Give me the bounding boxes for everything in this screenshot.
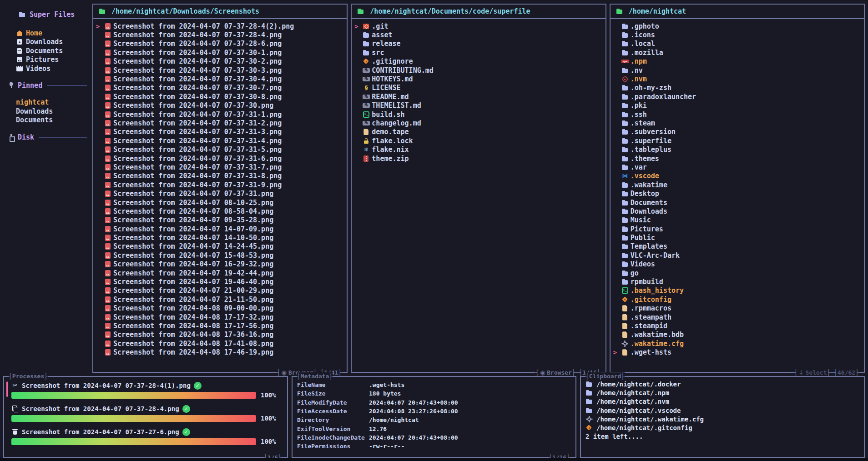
file-row[interactable]: Screenshot from 2024-04-07 07-37-31-1.pn… — [96, 110, 345, 119]
file-row[interactable]: Screenshot from 2024-04-08 17-36-16.png — [96, 331, 345, 339]
file-row[interactable]: .rpmmacros — [613, 304, 862, 313]
file-row[interactable]: Screenshot from 2024-04-07 07-37-28-4.pn… — [96, 30, 345, 39]
file-row[interactable]: Videos — [613, 260, 862, 269]
file-row[interactable]: .wakatime.bdb — [613, 331, 862, 339]
file-row[interactable]: Screenshot from 2024-04-07 15-48-53.png — [96, 251, 345, 260]
file-row[interactable]: THEMELIST.md — [354, 101, 603, 110]
pinned-item[interactable]: Downloads — [8, 107, 89, 115]
file-row[interactable]: flake.nix — [354, 145, 603, 154]
file-row[interactable]: Screenshot from 2024-04-07 16-29-32.png — [96, 260, 345, 269]
file-row[interactable]: asset — [354, 30, 603, 39]
file-row[interactable]: Screenshot from 2024-04-08 17-46-19.png — [96, 348, 345, 356]
file-row[interactable]: .local — [613, 40, 862, 48]
file-row[interactable]: .nvm — [613, 75, 862, 83]
file-row[interactable]: .npm — [613, 57, 862, 66]
file-row[interactable]: Screenshot from 2024-04-07 07-37-30-4.pn… — [96, 75, 345, 83]
sidebar-item[interactable]: Home — [8, 29, 89, 37]
sidebar-item[interactable]: Videos — [8, 64, 89, 73]
file-row[interactable]: Screenshot from 2024-04-07 07-37-31-8.pn… — [96, 172, 345, 180]
file-row[interactable]: .gphoto — [613, 22, 862, 30]
process-item[interactable]: Screenshot from 2024-04-07 07-37-27-6.pn… — [11, 427, 280, 445]
file-row[interactable]: Screenshot from 2024-04-07 07-37-31-9.pn… — [96, 180, 345, 189]
file-row[interactable]: rpmbuild — [613, 277, 862, 286]
file-row[interactable]: theme.zip — [354, 154, 603, 163]
file-row[interactable]: Screenshot from 2024-04-07 07-37-30-8.pn… — [96, 92, 345, 101]
process-item[interactable]: Screenshot from 2024-04-07 07-37-28-4.pn… — [11, 404, 280, 422]
file-row[interactable]: Screenshot from 2024-04-07 07-37-31-3.pn… — [96, 128, 345, 136]
file-row[interactable]: Screenshot from 2024-04-07 21-11-50.png — [96, 295, 345, 304]
file-row[interactable]: .gitconfig — [613, 295, 862, 304]
file-row[interactable]: .subversion — [613, 128, 862, 136]
file-row[interactable]: Screenshot from 2024-04-08 17-17-32.png — [96, 313, 345, 321]
file-row[interactable]: README.md — [354, 92, 603, 101]
file-row[interactable]: Screenshot from 2024-04-07 07-37-31-2.pn… — [96, 119, 345, 127]
file-row[interactable]: Screenshot from 2024-04-07 19-46-40.png — [96, 277, 345, 286]
file-row[interactable]: Screenshot from 2024-04-07 07-37-28-4(2)… — [96, 22, 345, 30]
file-row[interactable]: .tableplus — [613, 145, 862, 154]
file-row[interactable]: Screenshot from 2024-04-07 14-10-50.png — [96, 233, 345, 242]
file-row[interactable]: Screenshot from 2024-04-07 07-37-31-7.pn… — [96, 163, 345, 171]
file-row[interactable]: Screenshot from 2024-04-07 07-37-28-6.pn… — [96, 40, 345, 48]
file-row[interactable]: CONTRIBUTING.md — [354, 66, 603, 75]
clipboard-item[interactable]: /home/nightcat/.vscode — [585, 406, 859, 415]
file-row[interactable]: .ssh — [613, 110, 862, 119]
file-row[interactable]: Public — [613, 233, 862, 242]
file-row[interactable]: changelog.md — [354, 119, 603, 127]
file-row[interactable]: Templates — [613, 242, 862, 251]
file-row[interactable]: .gitignore — [354, 57, 603, 66]
file-row[interactable]: flake.lock — [354, 136, 603, 145]
file-row[interactable]: Documents — [613, 198, 862, 207]
pinned-item[interactable]: nightcat — [8, 98, 89, 107]
file-row[interactable]: .git — [354, 22, 603, 30]
file-row[interactable]: Screenshot from 2024-04-07 07-37-31.png — [96, 189, 345, 198]
file-row[interactable]: .vscode — [613, 172, 862, 180]
file-row[interactable]: .themes — [613, 154, 862, 163]
file-row[interactable]: Screenshot from 2024-04-08 17-41-08.png — [96, 339, 345, 348]
file-row[interactable]: HOTKEYS.md — [354, 75, 603, 83]
file-row[interactable]: build.sh — [354, 110, 603, 119]
file-row[interactable]: .steampath — [613, 313, 862, 321]
file-row[interactable]: .var — [613, 163, 862, 171]
file-row[interactable]: Screenshot from 2024-04-07 07-37-30-3.pn… — [96, 66, 345, 75]
file-row[interactable]: .wget-hsts — [613, 348, 862, 356]
file-row[interactable]: .steam — [613, 119, 862, 127]
file-row[interactable]: demo.tape — [354, 128, 603, 136]
file-row[interactable]: Screenshot from 2024-04-07 07-37-31-4.pn… — [96, 136, 345, 145]
file-row[interactable]: LICENSE — [354, 84, 603, 92]
file-row[interactable]: .bash_history — [613, 286, 862, 295]
file-row[interactable]: Screenshot from 2024-04-07 07-37-30-1.pn… — [96, 48, 345, 57]
clipboard-item[interactable]: /home/nightcat/.npm — [585, 388, 859, 397]
file-row[interactable]: VLC-Arc-Dark — [613, 251, 862, 260]
file-row[interactable]: Screenshot from 2024-04-08 17-17-56.png — [96, 321, 345, 330]
pinned-item[interactable]: Documents — [8, 116, 89, 125]
file-row[interactable]: .pki — [613, 101, 862, 110]
file-row[interactable]: Desktop — [613, 189, 862, 198]
file-row[interactable]: Pictures — [613, 225, 862, 233]
process-item[interactable]: Screenshot from 2024-04-07 07-37-28-4(1)… — [11, 381, 280, 399]
file-row[interactable]: Screenshot from 2024-04-08 09-00-00.png — [96, 304, 345, 313]
file-row[interactable]: .superfile — [613, 136, 862, 145]
file-row[interactable]: Screenshot from 2024-04-07 09-35-28.png — [96, 216, 345, 225]
file-row[interactable]: .paradoxlauncher — [613, 92, 862, 101]
file-row[interactable]: go — [613, 269, 862, 277]
file-row[interactable]: .wakatime — [613, 180, 862, 189]
file-row[interactable]: .nv — [613, 66, 862, 75]
file-row[interactable]: release — [354, 40, 603, 48]
file-row[interactable]: .oh-my-zsh — [613, 84, 862, 92]
file-row[interactable]: src — [354, 48, 603, 57]
file-row[interactable]: Screenshot from 2024-04-07 21-00-29.png — [96, 286, 345, 295]
file-row[interactable]: Screenshot from 2024-04-07 19-42-44.png — [96, 269, 345, 277]
file-row[interactable]: Music — [613, 216, 862, 225]
clipboard-item[interactable]: /home/nightcat/.nvm — [585, 397, 859, 406]
clipboard-item[interactable]: /home/nightcat/.gitconfig — [585, 423, 859, 432]
file-row[interactable]: .wakatime.cfg — [613, 339, 862, 348]
file-row[interactable]: Screenshot from 2024-04-07 07-37-30.png — [96, 101, 345, 110]
file-row[interactable]: Screenshot from 2024-04-07 14-24-45.png — [96, 242, 345, 251]
file-row[interactable]: Screenshot from 2024-04-07 07-37-30-2.pn… — [96, 57, 345, 66]
sidebar-item[interactable]: Documents — [8, 46, 89, 55]
file-row[interactable]: .icons — [613, 30, 862, 39]
file-row[interactable]: Screenshot from 2024-04-07 08-58-04.png — [96, 207, 345, 215]
file-row[interactable]: Screenshot from 2024-04-07 08-10-25.png — [96, 198, 345, 207]
sidebar-item[interactable]: Pictures — [8, 55, 89, 64]
clipboard-item[interactable]: /home/nightcat/.docker — [585, 380, 859, 388]
